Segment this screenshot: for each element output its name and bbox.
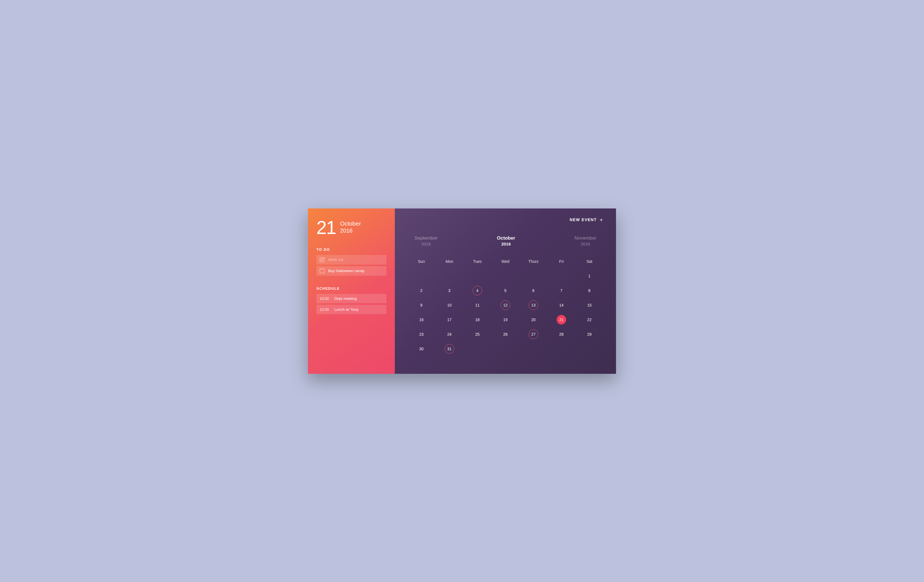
day-number: 18 bbox=[473, 315, 482, 324]
new-event-button[interactable]: NEW EVENT + bbox=[570, 217, 604, 223]
day-number: 2 bbox=[417, 286, 426, 295]
day-number: 3 bbox=[445, 286, 454, 295]
calendar-day[interactable]: 7 bbox=[548, 283, 576, 298]
calendar-days: 1234567891011121314151617181920212223242… bbox=[408, 269, 603, 356]
day-number: 15 bbox=[585, 300, 594, 310]
day-number: 1 bbox=[585, 271, 594, 281]
day-number: 23 bbox=[417, 329, 426, 339]
calendar-day[interactable]: 26 bbox=[492, 327, 520, 342]
todo-item[interactable]: Work out bbox=[317, 255, 386, 265]
calendar-day[interactable]: 24 bbox=[436, 327, 464, 342]
calendar-day[interactable]: 4 bbox=[464, 283, 492, 298]
schedule-title: Lunch w/ Tony bbox=[334, 308, 358, 312]
current-year: 2016 bbox=[340, 227, 361, 234]
day-number: 27 bbox=[529, 329, 538, 339]
calendar-day-empty bbox=[548, 342, 576, 356]
calendar-day[interactable]: 13 bbox=[520, 298, 548, 312]
calendar-day[interactable]: 5 bbox=[492, 283, 520, 298]
checkbox-icon[interactable] bbox=[320, 269, 324, 273]
calendar-day[interactable]: 14 bbox=[548, 298, 576, 312]
calendar-day-empty bbox=[492, 269, 520, 283]
todo-item[interactable]: Buy Halloween candy bbox=[317, 266, 386, 276]
calendar-day[interactable]: 8 bbox=[576, 283, 603, 298]
day-number: 25 bbox=[473, 329, 482, 339]
calendar-day[interactable]: 16 bbox=[408, 312, 436, 327]
calendar-day[interactable]: 18 bbox=[464, 312, 492, 327]
day-number: 29 bbox=[585, 329, 594, 339]
calendar-day[interactable]: 22 bbox=[576, 312, 603, 327]
calendar-day[interactable]: 9 bbox=[408, 298, 436, 312]
prev-month-label: September bbox=[414, 235, 438, 241]
calendar-day[interactable]: 10 bbox=[436, 298, 464, 312]
calendar-day[interactable]: 29 bbox=[576, 327, 603, 342]
day-number: 6 bbox=[529, 286, 538, 295]
day-number: 28 bbox=[557, 329, 566, 339]
current-month-year-label: 2016 bbox=[497, 241, 515, 247]
todo-list: Work outBuy Halloween candy bbox=[317, 255, 386, 276]
next-month-button[interactable]: November 2016 bbox=[574, 235, 596, 247]
schedule-list: 10:00Dept meeting12:00Lunch w/ Tony bbox=[317, 294, 386, 314]
day-number: 5 bbox=[501, 286, 510, 295]
day-number: 14 bbox=[557, 300, 566, 310]
calendar-day[interactable]: 28 bbox=[548, 327, 576, 342]
schedule-time: 10:00 bbox=[320, 296, 330, 301]
calendar-widget: 21 October 2016 TO DO Work outBuy Hallow… bbox=[308, 208, 616, 374]
schedule-time: 12:00 bbox=[320, 308, 330, 312]
calendar-day[interactable]: 31 bbox=[436, 342, 464, 356]
current-month: October bbox=[340, 220, 361, 227]
calendar-day[interactable]: 19 bbox=[492, 312, 520, 327]
calendar-day[interactable]: 17 bbox=[436, 312, 464, 327]
calendar-day-empty bbox=[464, 342, 492, 356]
weekday-header: Sun bbox=[408, 259, 436, 264]
weekday-header: Tues bbox=[464, 259, 492, 264]
calendar-day[interactable]: 21 bbox=[548, 312, 576, 327]
checkbox-icon[interactable] bbox=[320, 258, 324, 262]
calendar-day-empty bbox=[408, 269, 436, 283]
calendar-day-empty bbox=[576, 342, 603, 356]
calendar-day[interactable]: 3 bbox=[436, 283, 464, 298]
current-month-label: October bbox=[497, 235, 515, 241]
calendar-day[interactable]: 1 bbox=[576, 269, 603, 283]
day-number: 12 bbox=[501, 300, 510, 310]
calendar-day[interactable]: 20 bbox=[520, 312, 548, 327]
calendar-day[interactable]: 12 bbox=[492, 298, 520, 312]
current-date: 21 October 2016 bbox=[317, 218, 386, 237]
day-number: 19 bbox=[501, 315, 510, 324]
schedule-item[interactable]: 10:00Dept meeting bbox=[317, 294, 386, 303]
calendar-day[interactable]: 11 bbox=[464, 298, 492, 312]
week-row: 3031 bbox=[408, 342, 603, 356]
calendar-day-empty bbox=[464, 269, 492, 283]
month-navigation: September 2016 October 2016 November 201… bbox=[408, 235, 603, 247]
day-number: 21 bbox=[557, 315, 566, 324]
calendar-day[interactable]: 6 bbox=[520, 283, 548, 298]
calendar-grid: SunMonTuesWedThursFriSat 123456789101112… bbox=[408, 259, 603, 356]
week-row: 23242526272829 bbox=[408, 327, 603, 342]
weekday-header: Mon bbox=[436, 259, 464, 264]
plus-icon: + bbox=[599, 217, 603, 223]
next-month-label: November bbox=[574, 235, 596, 241]
calendar-day[interactable]: 2 bbox=[408, 283, 436, 298]
calendar-day[interactable]: 25 bbox=[464, 327, 492, 342]
current-month-display: October 2016 bbox=[497, 235, 515, 247]
calendar-day-empty bbox=[520, 269, 548, 283]
weekday-header: Fri bbox=[548, 259, 576, 264]
prev-month-button[interactable]: September 2016 bbox=[414, 235, 438, 247]
day-number: 13 bbox=[529, 300, 538, 310]
day-number: 11 bbox=[473, 300, 482, 310]
day-number: 16 bbox=[417, 315, 426, 324]
current-day-number: 21 bbox=[317, 218, 336, 237]
day-number: 10 bbox=[445, 300, 454, 310]
current-month-year: October 2016 bbox=[340, 218, 361, 234]
calendar-day[interactable]: 27 bbox=[520, 327, 548, 342]
day-number: 7 bbox=[557, 286, 566, 295]
schedule-heading: SCHEDULE bbox=[317, 286, 386, 291]
prev-month-year: 2016 bbox=[414, 241, 438, 247]
calendar-day[interactable]: 15 bbox=[576, 298, 603, 312]
day-number: 8 bbox=[585, 286, 594, 295]
calendar-day[interactable]: 23 bbox=[408, 327, 436, 342]
day-number: 4 bbox=[473, 286, 482, 295]
todo-text: Work out bbox=[328, 258, 343, 262]
calendar-day[interactable]: 30 bbox=[408, 342, 436, 356]
calendar-panel: NEW EVENT + September 2016 October 2016 … bbox=[395, 208, 616, 374]
schedule-item[interactable]: 12:00Lunch w/ Tony bbox=[317, 305, 386, 314]
